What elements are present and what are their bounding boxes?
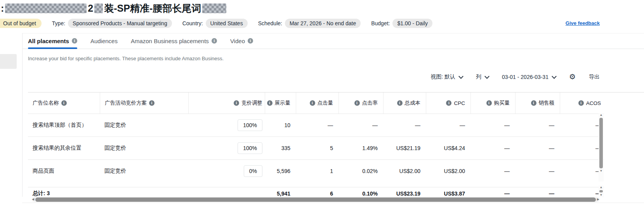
info-icon[interactable]: i [212,38,217,44]
settings-gear-icon[interactable]: ⚙ [569,73,576,80]
tab-all-placements[interactable]: All placementsi [28,33,77,49]
totals-impressions: 5,941 [265,191,296,197]
status-field-value[interactable]: $1.00 - Daily [392,19,432,28]
tab-video[interactable]: Videoi [230,33,253,49]
column-header-label: 点击量 [318,100,333,107]
scroll-left-icon[interactable]: ◀ [32,198,34,201]
info-icon[interactable]: i [486,100,492,106]
column-header-label: 展示量 [275,100,291,107]
info-icon[interactable]: i [267,100,273,106]
info-icon[interactable]: i [234,100,239,106]
sales-cell: — [515,168,560,174]
page-title: :2装-SP精准-腰部长尾词 [1,2,227,15]
info-icon[interactable]: i [446,100,451,106]
tab-label: Amazon Business placements [131,38,209,44]
info-icon[interactable]: i [310,100,315,106]
collapsed-side-panel[interactable] [0,54,17,69]
impressions-cell: 10 [265,122,296,128]
tab-description: Increase your bid for specific placement… [28,56,224,61]
status-field-label: Budget: [371,20,390,26]
bidding-strategy-cell: 固定竞价 [100,168,188,175]
info-icon[interactable]: i [248,38,253,44]
title-text: : [1,3,4,14]
cpc-cell: — [426,122,470,128]
column-header-label: 广告位名称 [33,100,59,107]
table-toolbar: 视图: 默认 列 03-01 - 2026-03-31 ⚙ 导出 [430,73,600,80]
vertical-scrollbar[interactable]: ▲ ▼ [599,113,604,182]
column-header-4: i展示量 [265,93,296,114]
tab-amazon-business-placements[interactable]: Amazon Business placementsi [131,33,217,49]
column-header-label: ACOS [586,100,601,106]
vertical-scrollbar-thumb[interactable] [599,118,603,168]
bid-adjustment-input[interactable]: 100% [238,119,262,131]
columns-dropdown[interactable]: 列 [476,73,489,80]
bid-adjustment-input[interactable]: 0% [244,165,262,177]
chevron-down-icon [484,74,490,79]
view-dropdown[interactable]: 视图: 默认 [430,73,463,80]
column-header-label: 竞价调整 [241,100,262,107]
bid-adjustment-input[interactable]: 100% [238,142,262,154]
ctr-cell: 0.02% [338,168,383,174]
table-row: 搜索结果顶部（首页）固定竞价100%10——————— [28,114,604,136]
info-icon[interactable]: i [531,100,536,106]
chevron-down-icon [458,74,463,79]
info-icon[interactable]: i [61,100,67,106]
title-text: 装-SP精准-腰部长尾词 [104,2,201,15]
placement-name-cell: 搜索结果的其余位置 [28,145,100,152]
tab-label: Video [230,38,245,44]
spend-cell: — [383,122,426,128]
date-range-dropdown[interactable]: 03-01 - 2026-03-31 [502,74,556,80]
totals-vertical-scrollbar-thumb[interactable] [599,190,603,192]
column-header-label: 总成本 [405,100,421,107]
placement-tabs: All placementsiAudiencesAmazon Business … [23,33,644,49]
totals-cpc: US$3.87 [426,191,470,197]
totals-spend: US$23.19 [383,191,426,197]
horizontal-scrollbar[interactable]: ◀ ▶ [32,197,599,202]
placement-name-cell: 商品页面 [28,168,100,175]
title-text: 2 [88,3,93,14]
column-header-3: i竞价调整 [188,93,265,114]
column-header-2: 广告活动竞价方案i [100,93,188,114]
column-header-7: i总成本 [383,93,426,114]
scroll-down-icon[interactable]: ▼ [600,169,603,173]
scroll-up-icon[interactable]: ▲ [600,113,603,117]
status-field-label: Schedule: [258,20,282,26]
orders-cell: — [470,168,515,174]
status-fields: Type:Sponsored Products - Manual targeti… [52,19,443,28]
column-header-label: 广告活动竞价方案 [105,100,147,107]
ctr-cell: — [338,122,383,128]
totals-orders: — [470,191,515,197]
totals-clicks: 6 [296,191,338,197]
spend-cell: US$21.19 [383,145,426,151]
column-header-label: CPC [454,100,465,106]
totals-ctr: 0.10% [338,191,383,197]
info-icon[interactable]: i [578,100,584,106]
column-header-label: 点击率 [362,100,378,107]
info-icon[interactable]: i [72,38,77,44]
placement-name-cell: 搜索结果顶部（首页） [28,122,100,129]
table-header-row: 广告位名称i广告活动竞价方案ii竞价调整i展示量i点击量i点击率i总成本iCPC… [28,93,604,114]
tab-audiences[interactable]: Audiences [90,33,118,49]
redacted-text [202,3,226,13]
horizontal-scrollbar-thumb[interactable] [35,198,596,202]
placements-table: 广告位名称i广告活动竞价方案ii竞价调整i展示量i点击量i点击率i总成本iCPC… [28,93,604,200]
scroll-right-icon[interactable]: ▶ [597,198,599,201]
campaign-status-bar: Out of budget Type:Sponsored Products - … [0,18,443,29]
status-field-value[interactable]: Mar 27, 2026 - No end date [285,19,361,28]
scroll-down-icon[interactable]: ▼ [600,193,603,197]
column-header-9: i购买量 [470,93,515,114]
export-button[interactable]: 导出 [589,73,600,80]
totals-vertical-scrollbar[interactable]: ▲ ▼ [599,185,604,197]
status-field-label: Country: [182,20,203,26]
bidding-strategy-cell: 固定竞价 [100,145,188,152]
scroll-up-icon[interactable]: ▲ [600,185,603,189]
column-header-8: iCPC [426,93,470,114]
column-header-6: i点击率 [338,93,383,114]
bid-adjustment-cell: 100% [188,119,265,131]
info-icon[interactable]: i [149,100,154,106]
info-icon[interactable]: i [397,100,403,106]
info-icon[interactable]: i [354,100,360,106]
give-feedback-link[interactable]: Give feedback [566,20,600,26]
cpc-cell: US$2.00 [426,168,470,174]
clicks-cell: 1 [296,168,338,174]
